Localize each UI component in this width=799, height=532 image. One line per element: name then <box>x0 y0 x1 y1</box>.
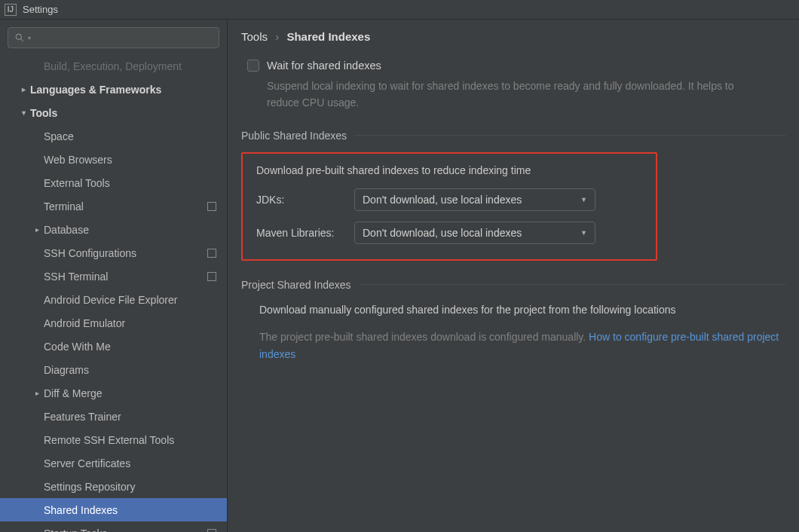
sidebar-item-label: Database <box>44 224 89 236</box>
sidebar-item-label: Remote SSH External Tools <box>44 434 174 446</box>
sidebar-item-label: Build, Execution, Deployment <box>44 60 182 72</box>
sidebar-item-truncated[interactable]: Build, Execution, Deployment <box>0 54 227 78</box>
sidebar-item-settings-repository[interactable]: Settings Repository <box>0 475 227 498</box>
project-section-title: Project Shared Indexes <box>241 279 351 291</box>
sidebar-item-label: Code With Me <box>44 341 111 353</box>
sidebar-item-android-emulator[interactable]: Android Emulator <box>0 311 227 335</box>
svg-point-0 <box>16 34 21 39</box>
breadcrumb-root[interactable]: Tools <box>241 30 268 43</box>
sidebar-item-label: Android Emulator <box>44 317 125 329</box>
chevron-down-icon: ▾ <box>17 109 30 117</box>
search-icon <box>14 32 25 43</box>
wait-checkbox-row: Wait for shared indexes <box>247 60 785 72</box>
sidebar-item-terminal[interactable]: Terminal <box>0 194 227 218</box>
sidebar-item-label: Server Certificates <box>44 457 130 469</box>
project-note-text: The project pre-built shared indexes dow… <box>259 331 589 343</box>
breadcrumb-sep: › <box>275 30 279 43</box>
sidebar-item-label: SSH Configurations <box>44 247 136 259</box>
sidebar-item-features-trainer[interactable]: Features Trainer <box>0 405 227 428</box>
search-input[interactable]: ▾ <box>8 27 219 48</box>
public-row-dropdown[interactable]: Don't download, use local indexes▼ <box>354 222 595 244</box>
sidebar-item-server-certificates[interactable]: Server Certificates <box>0 451 227 475</box>
sidebar-item-label: External Tools <box>44 177 110 189</box>
project-scope-icon <box>207 249 216 258</box>
public-section-description: Download pre-built shared indexes to red… <box>256 164 642 176</box>
app-icon: IJ <box>5 4 17 16</box>
chevron-right-icon: ▸ <box>30 389 44 397</box>
search-dropdown-chev: ▾ <box>28 35 31 41</box>
project-section-header: Project Shared Indexes <box>241 279 785 291</box>
divider <box>359 284 785 285</box>
sidebar-item-label: Web Browsers <box>44 154 112 166</box>
settings-main: Tools › Shared Indexes Wait for shared i… <box>228 20 799 532</box>
sidebar-item-label: Settings Repository <box>44 481 135 493</box>
public-indexes-highlight: Download pre-built shared indexes to red… <box>241 152 657 261</box>
wait-checkbox-label: Wait for shared indexes <box>267 60 381 72</box>
public-row-label: JDKs: <box>256 194 351 206</box>
project-section-description: Download manually configured shared inde… <box>259 301 785 318</box>
public-row-label: Maven Libraries: <box>256 227 351 239</box>
sidebar-item-label: Diagrams <box>44 364 89 376</box>
settings-sidebar: ▾ Build, Execution, Deployment ▸Language… <box>0 20 228 532</box>
sidebar-item-remote-ssh-external-tools[interactable]: Remote SSH External Tools <box>0 428 227 451</box>
wait-checkbox[interactable] <box>247 60 259 72</box>
dropdown-value: Don't download, use local indexes <box>363 194 522 206</box>
sidebar-item-label: Tools <box>30 107 57 119</box>
sidebar-item-tools[interactable]: ▾Tools <box>0 101 227 124</box>
sidebar-item-languages-frameworks[interactable]: ▸Languages & Frameworks <box>0 78 227 101</box>
sidebar-item-label: Diff & Merge <box>44 387 103 399</box>
sidebar-item-label: Languages & Frameworks <box>30 84 161 96</box>
breadcrumb-leaf: Shared Indexes <box>286 30 370 43</box>
settings-tree: Build, Execution, Deployment ▸Languages … <box>0 54 227 532</box>
sidebar-item-label: SSH Terminal <box>44 271 108 283</box>
sidebar-item-shared-indexes[interactable]: Shared Indexes <box>0 498 227 521</box>
sidebar-item-ssh-configurations[interactable]: SSH Configurations <box>0 241 227 264</box>
wait-checkbox-description: Suspend local indexing to wait for share… <box>267 78 749 112</box>
breadcrumb: Tools › Shared Indexes <box>241 30 785 43</box>
public-row-dropdown[interactable]: Don't download, use local indexes▼ <box>354 188 595 211</box>
sidebar-item-web-browsers[interactable]: Web Browsers <box>0 148 227 171</box>
sidebar-item-diagrams[interactable]: Diagrams <box>0 358 227 381</box>
divider <box>354 135 785 136</box>
sidebar-item-label: Features Trainer <box>44 411 121 423</box>
chevron-right-icon: ▸ <box>30 225 44 234</box>
sidebar-item-label: Android Device File Explorer <box>44 294 177 306</box>
sidebar-item-external-tools[interactable]: External Tools <box>0 171 227 194</box>
sidebar-item-diff-merge[interactable]: ▸Diff & Merge <box>0 381 227 405</box>
sidebar-item-label: Shared Indexes <box>44 504 118 516</box>
svg-line-1 <box>20 38 23 41</box>
chevron-down-icon: ▼ <box>580 229 587 237</box>
dropdown-value: Don't download, use local indexes <box>363 227 522 239</box>
sidebar-item-label: Startup Tasks <box>44 527 108 533</box>
sidebar-item-startup-tasks[interactable]: Startup Tasks <box>0 521 227 532</box>
sidebar-item-database[interactable]: ▸Database <box>0 218 227 241</box>
public-section-header: Public Shared Indexes <box>241 130 785 142</box>
project-scope-icon <box>207 202 216 211</box>
project-section-note: The project pre-built shared indexes dow… <box>259 329 785 362</box>
chevron-right-icon: ▸ <box>17 85 30 93</box>
window-title: Settings <box>23 4 58 15</box>
container: ▾ Build, Execution, Deployment ▸Language… <box>0 20 799 532</box>
public-section-title: Public Shared Indexes <box>241 130 347 142</box>
public-row-1: Maven Libraries:Don't download, use loca… <box>256 222 642 244</box>
sidebar-item-label: Space <box>44 130 74 142</box>
chevron-down-icon: ▼ <box>580 196 587 203</box>
sidebar-item-code-with-me[interactable]: Code With Me <box>0 335 227 358</box>
project-scope-icon <box>207 529 216 533</box>
sidebar-item-android-device-file-explorer[interactable]: Android Device File Explorer <box>0 288 227 311</box>
sidebar-item-ssh-terminal[interactable]: SSH Terminal <box>0 264 227 288</box>
public-row-0: JDKs:Don't download, use local indexes▼ <box>256 188 642 211</box>
sidebar-item-space[interactable]: Space <box>0 124 227 148</box>
sidebar-item-label: Terminal <box>44 200 84 212</box>
titlebar: IJ Settings <box>0 0 799 20</box>
project-scope-icon <box>207 272 216 281</box>
